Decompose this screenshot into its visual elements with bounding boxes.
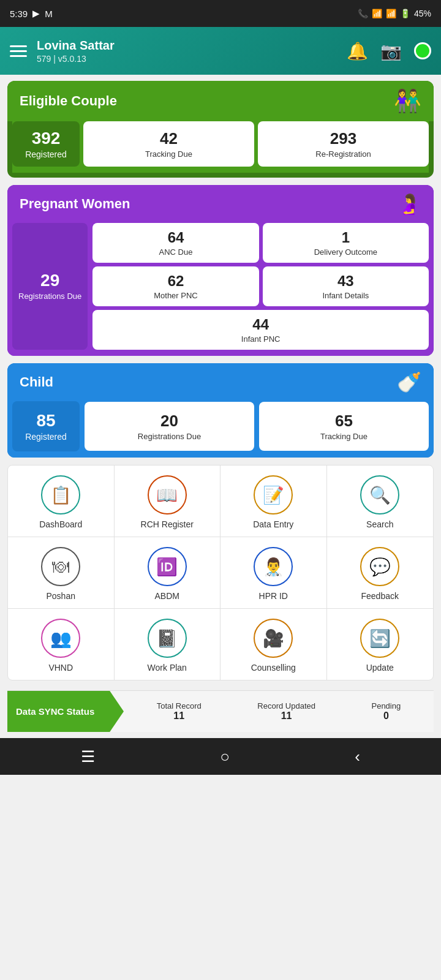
pw-infant-details[interactable]: 43 Infant Details [263,266,429,306]
nav-home-button[interactable]: ○ [220,747,230,766]
nav-back-button[interactable]: ‹ [355,747,360,766]
child-regdue-count: 20 [160,412,178,431]
bell-icon: 🔔 [347,42,368,61]
pending-label: Pending [371,701,401,710]
menu-item-search[interactable]: 🔍 Search [327,466,434,537]
sync-stats: Total Record 11 Record Updated 11 Pendin… [124,691,434,732]
child-body: 85 Registered 20 Registrations Due 65 Tr… [7,401,434,458]
status-right: 📞 📶 📶 🔋 45% [358,9,431,18]
rch-label: RCH Register [141,519,194,529]
record-updated-count: 11 [257,710,315,722]
menu-item-hpr-id[interactable]: 👨‍⚕️ HPR ID [221,537,327,609]
total-record-label: Total Record [157,701,202,710]
workplan-icon: 📓 [148,619,187,658]
nav-menu-button[interactable]: ☰ [81,747,95,766]
dashboard-icon: 📋 [41,475,80,514]
signal-icon: 📶 [386,9,396,18]
battery-icon: 🔋 [400,9,410,18]
counselling-icon: 🎥 [254,619,293,658]
pw-infant-details-count: 43 [337,273,354,290]
pw-anc-count: 64 [168,229,184,246]
sync-bar: Data SYNC Status Total Record 11 Record … [7,690,434,732]
child-tracking-due[interactable]: 65 Tracking Due [259,402,429,451]
child-stats: 20 Registrations Due 65 Tracking Due [85,402,429,451]
child-registered[interactable]: 85 Registered [12,401,80,451]
dataentry-label: Data Entry [253,519,293,529]
pw-infant-details-label: Infant Details [322,291,369,300]
counselling-label: Counselling [251,663,296,673]
pw-registrations-due[interactable]: 29 Registrations Due [12,223,88,350]
dataentry-icon: 📝 [254,475,293,514]
pw-infant-pnc[interactable]: 44 Infant PNC [92,310,429,350]
hpr-icon: 👨‍⚕️ [254,547,293,586]
menu-item-counselling[interactable]: 🎥 Counselling [221,609,327,680]
eligible-couple-icon: 👫 [394,88,421,114]
menu-item-rch-register[interactable]: 📖 RCH Register [115,466,221,537]
mail-icon: M [45,9,53,19]
total-record: Total Record 11 [157,701,202,722]
pw-mother-label: Mother PNC [154,291,198,300]
ec-rereg-label: Re-Registration [315,149,371,159]
abdm-icon: 🆔 [148,547,187,586]
pw-anc-label: ANC Due [159,247,193,257]
pw-reg-count: 29 [40,271,59,290]
pregnant-women-card: Pregnant Women 🤰 29 Registrations Due 64… [7,185,434,356]
dashboard-label: DashBoard [39,519,82,529]
update-label: Update [366,663,394,673]
child-registrations-due[interactable]: 20 Registrations Due [85,402,254,451]
poshan-icon: 🍽 [41,547,80,586]
eligible-couple-title: Eligible Couple [20,93,117,109]
record-updated: Record Updated 11 [257,701,315,722]
menu-item-feedback[interactable]: 💬 Feedback [327,537,434,609]
pw-mother-pnc[interactable]: 62 Mother PNC [92,266,258,306]
ec-stats: 42 Tracking Due 293 Re-Registration [83,121,429,167]
child-card: Child 🍼 85 Registered 20 Registrations D… [7,363,434,458]
menu-item-abdm[interactable]: 🆔 ABDM [115,537,221,609]
child-regdue-label: Registrations Due [138,432,201,441]
main-content: Eligible Couple 👫 392 Registered 42 Trac… [0,75,441,738]
menu-item-update[interactable]: 🔄 Update [327,609,434,680]
feedback-icon: 💬 [360,547,399,586]
menu-item-work-plan[interactable]: 📓 Work Plan [115,609,221,680]
feedback-label: Feedback [361,591,399,601]
youtube-icon: ▶ [32,8,40,19]
sync-label: Data SYNC Status [7,691,124,732]
eligible-couple-card: Eligible Couple 👫 392 Registered 42 Trac… [7,81,434,178]
bell-button[interactable]: 🔔 [347,41,368,61]
pw-infant-pnc-label: Infant PNC [241,334,281,344]
pw-reg-label: Registrations Due [18,292,81,302]
hpr-label: HPR ID [259,591,288,601]
battery-percent: 45% [414,9,431,18]
user-id: 579 | v5.0.13 [37,54,115,64]
vhnd-icon: 👥 [41,619,80,658]
ec-registered[interactable]: 392 Registered [12,121,80,167]
pending: Pending 0 [371,701,401,722]
wifi-icon: 📶 [372,9,382,18]
pw-anc-due[interactable]: 64 ANC Due [92,223,258,263]
pending-count: 0 [371,710,401,722]
menu-item-poshan[interactable]: 🍽 Poshan [8,537,115,609]
camera-icon: 📷 [380,42,402,61]
status-time: 5:39 [10,9,28,19]
rch-icon: 📖 [148,475,187,514]
pw-mother-count: 62 [168,273,184,290]
top-header: Lovina Sattar 579 | v5.0.13 🔔 📷 [0,27,441,75]
search-icon: 🔍 [360,475,399,514]
child-header: Child 🍼 [7,363,434,401]
eligible-couple-body: 392 Registered 42 Tracking Due 293 Re-Re… [12,121,429,173]
menu-item-vhnd[interactable]: 👥 VHND [8,609,115,680]
ec-tracking-due[interactable]: 42 Tracking Due [83,121,254,167]
header-icons: 🔔 📷 [347,41,431,61]
camera-button[interactable]: 📷 [380,41,402,61]
hamburger-menu[interactable] [10,45,27,57]
menu-item-data-entry[interactable]: 📝 Data Entry [221,466,327,537]
user-name: Lovina Sattar [37,39,115,53]
update-icon: 🔄 [360,619,399,658]
ec-re-registration[interactable]: 293 Re-Registration [258,121,429,167]
pw-delivery-outcome[interactable]: 1 Delivery Outcome [263,223,429,263]
child-icon: 🍼 [397,371,421,394]
workplan-label: Work Plan [148,663,187,673]
status-bar: 5:39 ▶ M 📞 📶 📶 🔋 45% [0,0,441,27]
menu-item-dashboard[interactable]: 📋 DashBoard [8,466,115,537]
pw-delivery-label: Delivery Outcome [314,247,377,257]
